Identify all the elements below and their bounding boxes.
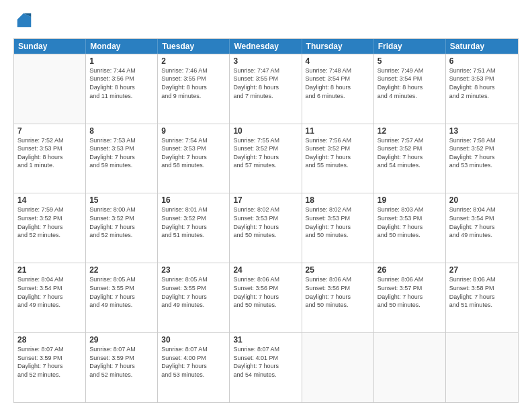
cal-cell: 9Sunrise: 7:54 AM Sunset: 3:53 PM Daylig… — [158, 124, 230, 193]
week-row-2: 7Sunrise: 7:52 AM Sunset: 3:53 PM Daylig… — [14, 124, 518, 193]
cal-cell: 5Sunrise: 7:49 AM Sunset: 3:54 PM Daylig… — [374, 54, 446, 124]
day-info: Sunrise: 7:59 AM Sunset: 3:52 PM Dayligh… — [17, 205, 82, 239]
day-info: Sunrise: 8:01 AM Sunset: 3:52 PM Dayligh… — [161, 205, 226, 239]
page: SundayMondayTuesdayWednesdayThursdayFrid… — [0, 0, 532, 411]
day-number: 5 — [378, 56, 442, 66]
day-header-monday: Monday — [86, 39, 158, 54]
day-number: 13 — [449, 126, 515, 136]
week-row-3: 14Sunrise: 7:59 AM Sunset: 3:52 PM Dayli… — [14, 193, 518, 263]
cal-cell: 20Sunrise: 8:04 AM Sunset: 3:54 PM Dayli… — [446, 193, 518, 263]
cal-cell: 12Sunrise: 7:57 AM Sunset: 3:52 PM Dayli… — [374, 124, 446, 193]
day-info: Sunrise: 7:49 AM Sunset: 3:54 PM Dayligh… — [378, 66, 442, 100]
cal-cell: 26Sunrise: 8:06 AM Sunset: 3:57 PM Dayli… — [374, 263, 446, 332]
cal-cell: 31Sunrise: 8:07 AM Sunset: 4:01 PM Dayli… — [230, 333, 302, 402]
cal-cell: 7Sunrise: 7:52 AM Sunset: 3:53 PM Daylig… — [14, 124, 86, 193]
day-info: Sunrise: 8:07 AM Sunset: 3:59 PM Dayligh… — [17, 345, 82, 379]
day-info: Sunrise: 8:07 AM Sunset: 4:01 PM Dayligh… — [233, 345, 298, 379]
day-header-friday: Friday — [374, 39, 446, 54]
day-info: Sunrise: 7:56 AM Sunset: 3:52 PM Dayligh… — [306, 136, 370, 170]
day-number: 1 — [89, 56, 154, 66]
day-info: Sunrise: 7:47 AM Sunset: 3:55 PM Dayligh… — [233, 66, 298, 100]
day-number: 14 — [17, 195, 82, 205]
day-header-saturday: Saturday — [446, 39, 518, 54]
day-info: Sunrise: 7:44 AM Sunset: 3:56 PM Dayligh… — [89, 66, 154, 100]
day-header-tuesday: Tuesday — [158, 39, 230, 54]
cal-cell: 28Sunrise: 8:07 AM Sunset: 3:59 PM Dayli… — [14, 333, 86, 402]
day-header-thursday: Thursday — [302, 39, 374, 54]
cal-cell: 27Sunrise: 8:06 AM Sunset: 3:58 PM Dayli… — [446, 263, 518, 332]
day-info: Sunrise: 8:05 AM Sunset: 3:55 PM Dayligh… — [161, 275, 226, 309]
day-info: Sunrise: 8:02 AM Sunset: 3:53 PM Dayligh… — [306, 205, 370, 239]
day-info: Sunrise: 8:00 AM Sunset: 3:52 PM Dayligh… — [89, 205, 154, 239]
logo-icon — [15, 11, 34, 30]
day-number: 19 — [378, 195, 442, 205]
day-info: Sunrise: 7:52 AM Sunset: 3:53 PM Dayligh… — [17, 136, 82, 170]
day-number: 31 — [233, 335, 298, 345]
day-number: 20 — [449, 195, 515, 205]
day-info: Sunrise: 7:53 AM Sunset: 3:53 PM Dayligh… — [89, 136, 154, 170]
cal-cell: 24Sunrise: 8:06 AM Sunset: 3:56 PM Dayli… — [230, 263, 302, 332]
day-number: 26 — [378, 265, 442, 275]
day-number: 29 — [89, 335, 154, 345]
cal-cell: 3Sunrise: 7:47 AM Sunset: 3:55 PM Daylig… — [230, 54, 302, 124]
cal-cell: 18Sunrise: 8:02 AM Sunset: 3:53 PM Dayli… — [302, 193, 374, 263]
cal-cell — [302, 333, 374, 402]
week-row-1: 1Sunrise: 7:44 AM Sunset: 3:56 PM Daylig… — [14, 54, 518, 124]
day-info: Sunrise: 8:02 AM Sunset: 3:53 PM Dayligh… — [233, 205, 298, 239]
day-info: Sunrise: 8:03 AM Sunset: 3:53 PM Dayligh… — [378, 205, 442, 239]
day-number: 10 — [233, 126, 298, 136]
day-info: Sunrise: 7:58 AM Sunset: 3:52 PM Dayligh… — [449, 136, 515, 170]
cal-cell: 6Sunrise: 7:51 AM Sunset: 3:53 PM Daylig… — [446, 54, 518, 124]
cal-cell: 25Sunrise: 8:06 AM Sunset: 3:56 PM Dayli… — [302, 263, 374, 332]
day-number: 17 — [233, 195, 298, 205]
cal-cell: 11Sunrise: 7:56 AM Sunset: 3:52 PM Dayli… — [302, 124, 374, 193]
day-info: Sunrise: 8:06 AM Sunset: 3:56 PM Dayligh… — [233, 275, 298, 309]
day-number: 27 — [449, 265, 515, 275]
day-info: Sunrise: 7:51 AM Sunset: 3:53 PM Dayligh… — [449, 66, 515, 100]
day-info: Sunrise: 7:46 AM Sunset: 3:55 PM Dayligh… — [161, 66, 226, 100]
week-row-4: 21Sunrise: 8:04 AM Sunset: 3:54 PM Dayli… — [14, 263, 518, 332]
day-header-wednesday: Wednesday — [230, 39, 302, 54]
week-row-5: 28Sunrise: 8:07 AM Sunset: 3:59 PM Dayli… — [14, 332, 518, 402]
cal-cell: 15Sunrise: 8:00 AM Sunset: 3:52 PM Dayli… — [86, 193, 158, 263]
logo-text — [13, 11, 34, 33]
cal-cell: 23Sunrise: 8:05 AM Sunset: 3:55 PM Dayli… — [158, 263, 230, 332]
cal-cell: 14Sunrise: 7:59 AM Sunset: 3:52 PM Dayli… — [14, 193, 86, 263]
day-number: 22 — [89, 265, 154, 275]
day-number: 9 — [161, 126, 226, 136]
cal-cell: 21Sunrise: 8:04 AM Sunset: 3:54 PM Dayli… — [14, 263, 86, 332]
day-number: 6 — [449, 56, 515, 66]
cal-cell: 1Sunrise: 7:44 AM Sunset: 3:56 PM Daylig… — [86, 54, 158, 124]
day-number: 21 — [17, 265, 82, 275]
day-info: Sunrise: 8:06 AM Sunset: 3:58 PM Dayligh… — [449, 275, 515, 309]
cal-cell: 30Sunrise: 8:07 AM Sunset: 4:00 PM Dayli… — [158, 333, 230, 402]
cal-cell: 13Sunrise: 7:58 AM Sunset: 3:52 PM Dayli… — [446, 124, 518, 193]
day-info: Sunrise: 7:54 AM Sunset: 3:53 PM Dayligh… — [161, 136, 226, 170]
day-info: Sunrise: 8:06 AM Sunset: 3:57 PM Dayligh… — [378, 275, 442, 309]
day-info: Sunrise: 8:04 AM Sunset: 3:54 PM Dayligh… — [449, 205, 515, 239]
day-info: Sunrise: 8:04 AM Sunset: 3:54 PM Dayligh… — [17, 275, 82, 309]
day-info: Sunrise: 8:07 AM Sunset: 3:59 PM Dayligh… — [89, 345, 154, 379]
cal-cell: 10Sunrise: 7:55 AM Sunset: 3:52 PM Dayli… — [230, 124, 302, 193]
cal-cell: 8Sunrise: 7:53 AM Sunset: 3:53 PM Daylig… — [86, 124, 158, 193]
day-info: Sunrise: 8:06 AM Sunset: 3:56 PM Dayligh… — [306, 275, 370, 309]
cal-cell: 2Sunrise: 7:46 AM Sunset: 3:55 PM Daylig… — [158, 54, 230, 124]
header — [13, 11, 519, 33]
day-number: 11 — [306, 126, 370, 136]
day-number: 3 — [233, 56, 298, 66]
day-info: Sunrise: 8:07 AM Sunset: 4:00 PM Dayligh… — [161, 345, 226, 379]
cal-cell — [374, 333, 446, 402]
day-number: 15 — [89, 195, 154, 205]
day-number: 18 — [306, 195, 370, 205]
cal-cell: 29Sunrise: 8:07 AM Sunset: 3:59 PM Dayli… — [86, 333, 158, 402]
calendar: SundayMondayTuesdayWednesdayThursdayFrid… — [13, 38, 519, 403]
cal-cell: 22Sunrise: 8:05 AM Sunset: 3:55 PM Dayli… — [86, 263, 158, 332]
cal-cell: 19Sunrise: 8:03 AM Sunset: 3:53 PM Dayli… — [374, 193, 446, 263]
calendar-body: 1Sunrise: 7:44 AM Sunset: 3:56 PM Daylig… — [14, 54, 518, 402]
day-number: 7 — [17, 126, 82, 136]
cal-cell — [446, 333, 518, 402]
day-number: 2 — [161, 56, 226, 66]
cal-cell — [14, 54, 86, 124]
calendar-header: SundayMondayTuesdayWednesdayThursdayFrid… — [14, 39, 518, 54]
cal-cell: 4Sunrise: 7:48 AM Sunset: 3:54 PM Daylig… — [302, 54, 374, 124]
